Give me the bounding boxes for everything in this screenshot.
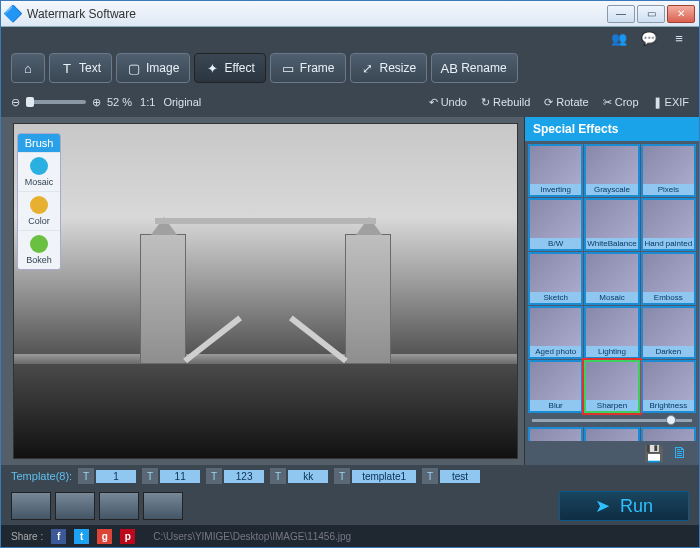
- crop-button[interactable]: ✂Crop: [603, 96, 639, 109]
- tool-label: Image: [146, 61, 179, 75]
- template-item[interactable]: T123: [206, 468, 264, 484]
- run-button[interactable]: ➤ Run: [559, 491, 689, 521]
- effect-label: Darken: [643, 346, 694, 357]
- effect-label: Emboss: [643, 292, 694, 303]
- tool-frame[interactable]: ▭Frame: [270, 53, 346, 83]
- effect-sharpen[interactable]: Sharpen: [584, 360, 639, 413]
- template-item[interactable]: T11: [142, 468, 200, 484]
- brush-mosaic[interactable]: Mosaic: [18, 152, 60, 191]
- tool-label: Resize: [380, 61, 417, 75]
- brush-color[interactable]: Color: [18, 191, 60, 230]
- effect-mosaic[interactable]: Mosaic: [584, 252, 639, 305]
- effect-lighting[interactable]: Lighting: [584, 306, 639, 359]
- thumbnail[interactable]: [55, 492, 95, 520]
- frame-icon: ▭: [281, 61, 295, 75]
- brush-bokeh[interactable]: Bokeh: [18, 230, 60, 269]
- tool-text[interactable]: TText: [49, 53, 112, 83]
- extra-bar: 👥 💬 ≡: [1, 27, 699, 49]
- effect-whitebalance[interactable]: WhiteBalance: [584, 198, 639, 251]
- tool-rename[interactable]: ABRename: [431, 53, 517, 83]
- effect-label: Blur: [530, 400, 581, 411]
- rotate-icon: ⟳: [544, 96, 553, 109]
- tool-resize[interactable]: ⤢Resize: [350, 53, 428, 83]
- template-name: test: [440, 470, 480, 483]
- effect-hand-painted[interactable]: Hand painted: [641, 198, 696, 251]
- effect-emboss[interactable]: Emboss: [641, 252, 696, 305]
- zoom-ratio-button[interactable]: 1:1: [140, 96, 155, 108]
- exif-icon: ❚: [653, 96, 662, 109]
- facebook-icon[interactable]: f: [51, 529, 66, 544]
- thumbnail[interactable]: [11, 492, 51, 520]
- zoom-out-button[interactable]: ⊖: [11, 96, 20, 109]
- tool-image[interactable]: ▢Image: [116, 53, 190, 83]
- tool-effect[interactable]: ✦Effect: [194, 53, 265, 83]
- chat-icon[interactable]: 💬: [641, 30, 657, 46]
- app-icon: 🔷: [5, 6, 21, 22]
- effect-contrast[interactable]: Contrast: [528, 427, 583, 441]
- thumbnail[interactable]: [143, 492, 183, 520]
- save-as-icon[interactable]: 🗎: [671, 444, 689, 462]
- template-item[interactable]: Ttest: [422, 468, 480, 484]
- maximize-button[interactable]: ▭: [637, 5, 665, 23]
- template-bar: Template(8): T1T11T123TkkTtemplate1Ttest: [1, 465, 699, 487]
- close-button[interactable]: ✕: [667, 5, 695, 23]
- effect-aged-photo[interactable]: Aged photo: [528, 306, 583, 359]
- share-bar: Share : f t g p C:\Users\YIMIGE\Desktop\…: [1, 525, 699, 547]
- effects-save-bar: 💾 🗎: [525, 441, 699, 465]
- main-area: Brush Mosaic Color Bokeh Special Effects…: [1, 117, 699, 465]
- effect-darken[interactable]: Darken: [641, 306, 696, 359]
- template-item[interactable]: T1: [78, 468, 136, 484]
- effect-brightness[interactable]: Brightness: [641, 360, 696, 413]
- file-path: C:\Users\YIMIGE\Desktop\IMAGE\11456.jpg: [153, 531, 351, 542]
- effect-saturation[interactable]: Saturation: [584, 427, 639, 441]
- effect-blur[interactable]: Blur: [528, 360, 583, 413]
- googleplus-icon[interactable]: g: [97, 529, 112, 544]
- template-t-icon: T: [270, 468, 286, 484]
- effects-title: Special Effects: [525, 117, 699, 141]
- pinterest-icon[interactable]: p: [120, 529, 135, 544]
- twitter-icon[interactable]: t: [74, 529, 89, 544]
- preview-image[interactable]: [13, 123, 518, 459]
- minimize-button[interactable]: —: [607, 5, 635, 23]
- template-name: 11: [160, 470, 200, 483]
- menu-icon[interactable]: ≡: [671, 30, 687, 46]
- home-button[interactable]: ⌂: [11, 53, 45, 83]
- template-name: template1: [352, 470, 416, 483]
- effect-grayscale[interactable]: Grayscale: [584, 144, 639, 197]
- effect-inverting[interactable]: Inverting: [528, 144, 583, 197]
- effect-b/w[interactable]: B/W: [528, 198, 583, 251]
- brush-panel-title: Brush: [18, 134, 60, 152]
- save-icon[interactable]: 💾: [645, 444, 663, 462]
- effect-label: B/W: [530, 238, 581, 249]
- zoom-original-button[interactable]: Original: [163, 96, 201, 108]
- zoom-in-button[interactable]: ⊕: [92, 96, 101, 109]
- brush-label: Bokeh: [26, 255, 52, 265]
- rebuild-button[interactable]: ↻Rebuild: [481, 96, 530, 109]
- effect-sketch[interactable]: Sketch: [528, 252, 583, 305]
- template-t-icon: T: [334, 468, 350, 484]
- zoom-slider[interactable]: [26, 100, 86, 104]
- effect-slider[interactable]: [528, 414, 696, 426]
- run-label: Run: [620, 496, 653, 517]
- title-bar: 🔷 Watermark Software — ▭ ✕: [1, 1, 699, 27]
- exif-button[interactable]: ❚EXIF: [653, 96, 689, 109]
- template-t-icon: T: [142, 468, 158, 484]
- effects-panel: Special Effects InvertingGrayscalePixels…: [524, 117, 699, 465]
- share-label: Share :: [11, 531, 43, 542]
- template-name: kk: [288, 470, 328, 483]
- effect-pixels[interactable]: Pixels: [641, 144, 696, 197]
- tool-label: Frame: [300, 61, 335, 75]
- effect-smooth[interactable]: Smooth: [641, 427, 696, 441]
- template-t-icon: T: [78, 468, 94, 484]
- thumbnail[interactable]: [99, 492, 139, 520]
- rotate-button[interactable]: ⟳Rotate: [544, 96, 588, 109]
- people-icon[interactable]: 👥: [611, 30, 627, 46]
- template-t-icon: T: [422, 468, 438, 484]
- resize-icon: ⤢: [361, 61, 375, 75]
- template-item[interactable]: Ttemplate1: [334, 468, 416, 484]
- brush-label: Mosaic: [25, 177, 54, 187]
- undo-icon: ↶: [429, 96, 438, 109]
- template-item[interactable]: Tkk: [270, 468, 328, 484]
- undo-button[interactable]: ↶Undo: [429, 96, 467, 109]
- thumbnail-bar: ➤ Run: [1, 487, 699, 525]
